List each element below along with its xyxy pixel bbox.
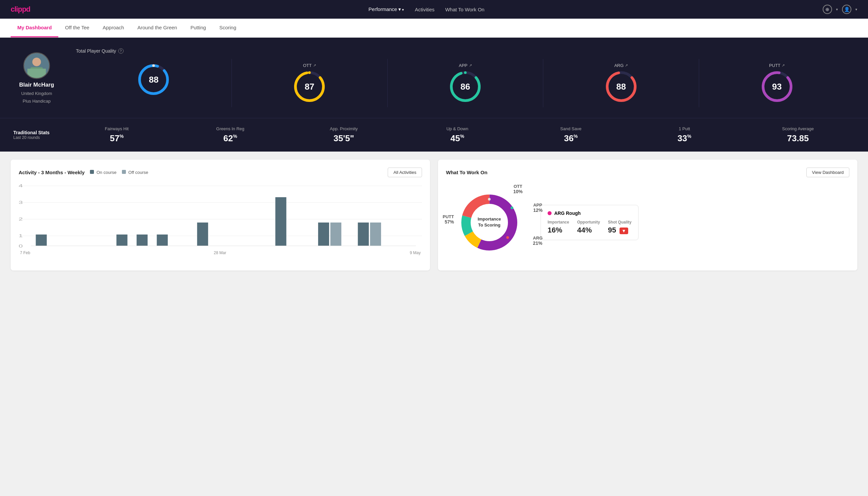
player-name: Blair McHarg bbox=[19, 82, 54, 88]
info-metric-opportunity: Opportunity 44% bbox=[577, 220, 600, 234]
user-icon[interactable]: 👤 bbox=[842, 5, 851, 14]
svg-point-38 bbox=[506, 236, 509, 239]
info-card-title-text: ARG Rough bbox=[554, 211, 581, 216]
player-handicap: Plus Handicap bbox=[23, 98, 51, 104]
gauge-ott-circle: 87 bbox=[293, 70, 326, 103]
shot-quality-value: 95 ▼ bbox=[608, 226, 632, 234]
bar-12-on bbox=[318, 222, 329, 246]
stat-greens-value: 62% bbox=[174, 133, 287, 143]
arg-rough-info-card: ARG Rough Importance 16% Opportunity 44%… bbox=[541, 205, 638, 240]
svg-point-18 bbox=[776, 71, 778, 74]
bar-5 bbox=[116, 234, 128, 246]
stat-fairways-hit-value: 57% bbox=[60, 133, 174, 143]
tab-around-the-green[interactable]: Around the Green bbox=[130, 19, 184, 37]
ott-arrow-icon: ↗ bbox=[313, 63, 316, 68]
opportunity-value: 44% bbox=[577, 226, 600, 234]
tab-scoring[interactable]: Scoring bbox=[212, 19, 243, 37]
player-country: United Kingdom bbox=[21, 91, 52, 96]
help-icon[interactable]: ? bbox=[118, 48, 124, 53]
bar-7 bbox=[157, 234, 168, 246]
stat-scoring-avg: Scoring Average 73.85 bbox=[741, 126, 855, 143]
tab-putting[interactable]: Putting bbox=[184, 19, 213, 37]
stat-sand-save: Sand Save 36% bbox=[514, 126, 628, 143]
donut-label-arg: ARG 21% bbox=[533, 235, 542, 246]
nav-links: Performance ▾ Activities What To Work On bbox=[368, 6, 484, 12]
activity-chart-area: 4 3 2 1 0 bbox=[19, 183, 422, 249]
gauge-arg-label: ARG ↗ bbox=[614, 63, 628, 68]
view-dashboard-button[interactable]: View Dashboard bbox=[806, 168, 849, 177]
stat-1putt-value: 33% bbox=[628, 133, 741, 143]
bar-9 bbox=[197, 222, 208, 246]
on-course-dot bbox=[90, 170, 94, 174]
activity-chart-svg: 4 3 2 1 0 bbox=[19, 183, 422, 249]
svg-text:3: 3 bbox=[19, 200, 23, 205]
stat-up-down-label: Up & Down bbox=[401, 126, 514, 131]
info-metrics: Importance 16% Opportunity 44% Shot Qual… bbox=[548, 220, 632, 234]
logo[interactable]: clippd bbox=[11, 5, 30, 14]
stats-subtitle: Last 20 rounds bbox=[13, 135, 60, 140]
bar-13-off bbox=[370, 222, 381, 246]
svg-text:Importance: Importance bbox=[478, 217, 501, 221]
bottom-panels: Activity - 3 Months - Weekly On course O… bbox=[0, 152, 868, 278]
bar-13-on bbox=[358, 222, 369, 246]
gauge-app-value: 86 bbox=[461, 82, 470, 92]
stat-app-prox-value: 35'5" bbox=[287, 133, 401, 143]
stat-scoring-avg-value: 73.85 bbox=[741, 133, 855, 143]
tab-off-the-tee[interactable]: Off the Tee bbox=[58, 19, 96, 37]
tab-approach[interactable]: Approach bbox=[96, 19, 130, 37]
gauge-app-label: APP ↗ bbox=[459, 63, 472, 68]
bar-1 bbox=[36, 234, 47, 246]
stat-fairways-hit: Fairways Hit 57% bbox=[60, 126, 174, 143]
svg-point-37 bbox=[510, 206, 513, 209]
svg-text:2: 2 bbox=[19, 217, 23, 221]
gauges-section: Total Player Quality ? 88 bbox=[76, 48, 855, 107]
bar-12-off bbox=[330, 222, 342, 246]
gauge-overall: 88 bbox=[76, 59, 232, 107]
avatar bbox=[23, 52, 50, 79]
stat-fairways-hit-label: Fairways Hit bbox=[60, 126, 174, 131]
info-dot-icon bbox=[548, 211, 552, 215]
stat-scoring-avg-label: Scoring Average bbox=[741, 126, 855, 131]
donut-label-app: APP 12% bbox=[533, 203, 542, 213]
svg-point-6 bbox=[152, 64, 155, 67]
gauge-putt-label: PUTT ↗ bbox=[769, 63, 785, 68]
nav-performance[interactable]: Performance ▾ bbox=[368, 6, 404, 12]
stat-up-down-value: 45% bbox=[401, 133, 514, 143]
what-to-work-on-panel: What To Work On View Dashboard PUTT 57% … bbox=[438, 159, 857, 270]
chart-legend: On course Off course bbox=[90, 170, 148, 175]
wtwon-title: What To Work On bbox=[446, 170, 487, 175]
opportunity-label: Opportunity bbox=[577, 220, 600, 224]
add-icon[interactable]: ⊕ bbox=[823, 5, 832, 14]
stat-1-putt: 1 Putt 33% bbox=[628, 126, 741, 143]
gauge-arg-value: 88 bbox=[616, 82, 626, 92]
bar-6 bbox=[137, 234, 147, 246]
gauge-arg-circle: 88 bbox=[604, 70, 638, 103]
gauge-putt-circle: 93 bbox=[760, 70, 794, 103]
nav-activities[interactable]: Activities bbox=[415, 7, 434, 12]
activity-panel-header: Activity - 3 Months - Weekly On course O… bbox=[19, 168, 422, 177]
tab-my-dashboard[interactable]: My Dashboard bbox=[11, 19, 58, 37]
donut-section: PUTT 57% OTT 10% APP 12% ARG 21% bbox=[446, 183, 849, 263]
stats-title: Traditional Stats bbox=[13, 130, 60, 135]
chart-x-labels: 7 Feb 28 Mar 9 May bbox=[19, 250, 422, 255]
putt-arrow-icon: ↗ bbox=[782, 63, 785, 68]
hero-section: Blair McHarg United Kingdom Plus Handica… bbox=[0, 37, 868, 118]
svg-rect-3 bbox=[27, 68, 46, 78]
stat-sand-save-label: Sand Save bbox=[514, 126, 628, 131]
off-course-dot bbox=[122, 170, 126, 174]
gauge-ott-value: 87 bbox=[305, 82, 314, 92]
user-dropdown-arrow: ▾ bbox=[855, 7, 857, 12]
gauge-arg: ARG ↗ 88 bbox=[543, 59, 699, 107]
nav-what-to-work-on[interactable]: What To Work On bbox=[445, 7, 485, 12]
activity-chart-title: Activity - 3 Months - Weekly bbox=[19, 170, 84, 175]
all-activities-button[interactable]: All Activities bbox=[388, 168, 422, 177]
donut-chart-svg: Importance To Scoring bbox=[456, 189, 523, 256]
svg-point-15 bbox=[634, 85, 636, 88]
gauge-putt: PUTT ↗ 93 bbox=[699, 59, 855, 107]
x-label-feb: 7 Feb bbox=[20, 250, 30, 255]
gauge-overall-circle: 88 bbox=[137, 63, 170, 96]
svg-point-12 bbox=[464, 71, 467, 74]
donut-wrapper: PUTT 57% OTT 10% APP 12% ARG 21% bbox=[446, 183, 533, 263]
stat-1putt-label: 1 Putt bbox=[628, 126, 741, 131]
app-arrow-icon: ↗ bbox=[469, 63, 472, 68]
